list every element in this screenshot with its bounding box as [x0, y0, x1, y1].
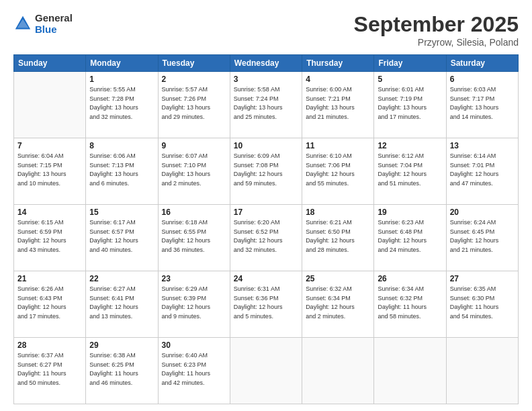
calendar-cell: 17Sunrise: 6:20 AM Sunset: 6:52 PM Dayli… — [230, 205, 302, 271]
day-info: Sunrise: 6:01 AM Sunset: 7:19 PM Dayligh… — [378, 85, 442, 122]
logo-text: General Blue — [35, 12, 73, 35]
day-number: 27 — [450, 274, 515, 283]
day-number: 12 — [378, 141, 442, 150]
calendar-cell: 15Sunrise: 6:17 AM Sunset: 6:57 PM Dayli… — [86, 205, 158, 271]
day-number: 24 — [234, 274, 298, 283]
day-info: Sunrise: 6:03 AM Sunset: 7:17 PM Dayligh… — [450, 85, 515, 122]
calendar-cell: 18Sunrise: 6:21 AM Sunset: 6:50 PM Dayli… — [302, 205, 374, 271]
calendar-cell — [230, 338, 302, 404]
calendar-cell: 5Sunrise: 6:01 AM Sunset: 7:19 PM Daylig… — [374, 72, 446, 138]
day-info: Sunrise: 5:57 AM Sunset: 7:26 PM Dayligh… — [162, 85, 226, 122]
page: General Blue September 2025 Przyrow, Sil… — [0, 0, 532, 411]
calendar-cell: 29Sunrise: 6:38 AM Sunset: 6:25 PM Dayli… — [86, 338, 158, 404]
calendar-cell: 27Sunrise: 6:35 AM Sunset: 6:30 PM Dayli… — [446, 271, 518, 338]
day-info: Sunrise: 6:31 AM Sunset: 6:36 PM Dayligh… — [234, 285, 298, 321]
day-number: 3 — [234, 75, 298, 84]
day-info: Sunrise: 6:37 AM Sunset: 6:27 PM Dayligh… — [17, 351, 82, 387]
day-info: Sunrise: 6:40 AM Sunset: 6:23 PM Dayligh… — [162, 351, 226, 387]
header: General Blue September 2025 Przyrow, Sil… — [13, 12, 519, 48]
calendar-cell: 26Sunrise: 6:34 AM Sunset: 6:32 PM Dayli… — [374, 271, 446, 338]
day-number: 5 — [378, 75, 442, 84]
day-info: Sunrise: 6:35 AM Sunset: 6:30 PM Dayligh… — [450, 285, 515, 321]
day-number: 6 — [450, 75, 515, 84]
day-number: 2 — [162, 75, 226, 84]
day-number: 17 — [234, 208, 298, 217]
day-number: 16 — [162, 208, 226, 217]
day-info: Sunrise: 6:29 AM Sunset: 6:39 PM Dayligh… — [162, 285, 226, 321]
day-info: Sunrise: 6:26 AM Sunset: 6:43 PM Dayligh… — [17, 285, 82, 321]
day-number: 25 — [306, 274, 370, 283]
title-block: September 2025 Przyrow, Silesia, Poland — [354, 12, 519, 48]
day-number: 23 — [162, 274, 226, 283]
day-number: 28 — [17, 340, 82, 350]
col-tuesday: Tuesday — [158, 55, 230, 72]
day-info: Sunrise: 6:17 AM Sunset: 6:57 PM Dayligh… — [89, 218, 154, 255]
day-number: 29 — [89, 340, 154, 350]
calendar-cell: 6Sunrise: 6:03 AM Sunset: 7:17 PM Daylig… — [446, 72, 518, 138]
calendar-cell: 25Sunrise: 6:32 AM Sunset: 6:34 PM Dayli… — [302, 271, 374, 338]
day-number: 18 — [306, 208, 370, 217]
calendar-cell — [374, 338, 446, 404]
day-number: 9 — [162, 141, 226, 150]
day-info: Sunrise: 6:20 AM Sunset: 6:52 PM Dayligh… — [234, 218, 298, 255]
calendar-cell — [446, 338, 518, 404]
calendar-week-row-3: 21Sunrise: 6:26 AM Sunset: 6:43 PM Dayli… — [14, 271, 519, 338]
day-number: 1 — [89, 75, 154, 84]
calendar-table: Sunday Monday Tuesday Wednesday Thursday… — [13, 54, 519, 404]
col-wednesday: Wednesday — [230, 55, 302, 72]
calendar-cell: 22Sunrise: 6:27 AM Sunset: 6:41 PM Dayli… — [86, 271, 158, 338]
day-number: 10 — [234, 141, 298, 150]
calendar-cell: 21Sunrise: 6:26 AM Sunset: 6:43 PM Dayli… — [14, 271, 86, 338]
day-info: Sunrise: 6:27 AM Sunset: 6:41 PM Dayligh… — [89, 285, 154, 321]
day-number: 22 — [89, 274, 154, 283]
col-thursday: Thursday — [302, 55, 374, 72]
day-info: Sunrise: 6:23 AM Sunset: 6:48 PM Dayligh… — [378, 218, 442, 255]
logo: General Blue — [13, 12, 73, 35]
day-number: 30 — [162, 340, 226, 350]
day-info: Sunrise: 6:14 AM Sunset: 7:01 PM Dayligh… — [450, 152, 515, 188]
day-info: Sunrise: 6:15 AM Sunset: 6:59 PM Dayligh… — [17, 218, 82, 255]
calendar-cell: 23Sunrise: 6:29 AM Sunset: 6:39 PM Dayli… — [158, 271, 230, 338]
day-info: Sunrise: 6:00 AM Sunset: 7:21 PM Dayligh… — [306, 85, 370, 122]
calendar-cell: 8Sunrise: 6:06 AM Sunset: 7:13 PM Daylig… — [86, 138, 158, 205]
calendar-cell: 7Sunrise: 6:04 AM Sunset: 7:15 PM Daylig… — [14, 138, 86, 205]
day-info: Sunrise: 5:55 AM Sunset: 7:28 PM Dayligh… — [89, 85, 154, 122]
calendar-cell: 24Sunrise: 6:31 AM Sunset: 6:36 PM Dayli… — [230, 271, 302, 338]
calendar-cell — [302, 338, 374, 404]
logo-icon — [13, 14, 32, 33]
day-number: 20 — [450, 208, 515, 217]
calendar-week-row-0: 1Sunrise: 5:55 AM Sunset: 7:28 PM Daylig… — [14, 72, 519, 138]
day-info: Sunrise: 6:12 AM Sunset: 7:04 PM Dayligh… — [378, 152, 442, 188]
day-info: Sunrise: 6:09 AM Sunset: 7:08 PM Dayligh… — [234, 152, 298, 188]
day-info: Sunrise: 6:32 AM Sunset: 6:34 PM Dayligh… — [306, 285, 370, 321]
calendar-cell: 12Sunrise: 6:12 AM Sunset: 7:04 PM Dayli… — [374, 138, 446, 205]
col-sunday: Sunday — [14, 55, 86, 72]
col-saturday: Saturday — [446, 55, 518, 72]
calendar-cell: 3Sunrise: 5:58 AM Sunset: 7:24 PM Daylig… — [230, 72, 302, 138]
day-info: Sunrise: 6:24 AM Sunset: 6:45 PM Dayligh… — [450, 218, 515, 255]
calendar-cell: 20Sunrise: 6:24 AM Sunset: 6:45 PM Dayli… — [446, 205, 518, 271]
col-monday: Monday — [86, 55, 158, 72]
day-info: Sunrise: 5:58 AM Sunset: 7:24 PM Dayligh… — [234, 85, 298, 122]
day-info: Sunrise: 6:07 AM Sunset: 7:10 PM Dayligh… — [162, 152, 226, 188]
day-number: 15 — [89, 208, 154, 217]
calendar-cell: 4Sunrise: 6:00 AM Sunset: 7:21 PM Daylig… — [302, 72, 374, 138]
col-friday: Friday — [374, 55, 446, 72]
day-number: 11 — [306, 141, 370, 150]
day-number: 4 — [306, 75, 370, 84]
calendar-cell — [14, 72, 86, 138]
calendar-header-row: Sunday Monday Tuesday Wednesday Thursday… — [14, 55, 519, 72]
calendar-cell: 10Sunrise: 6:09 AM Sunset: 7:08 PM Dayli… — [230, 138, 302, 205]
calendar-week-row-4: 28Sunrise: 6:37 AM Sunset: 6:27 PM Dayli… — [14, 338, 519, 404]
calendar-week-row-1: 7Sunrise: 6:04 AM Sunset: 7:15 PM Daylig… — [14, 138, 519, 205]
calendar-week-row-2: 14Sunrise: 6:15 AM Sunset: 6:59 PM Dayli… — [14, 205, 519, 271]
calendar-cell: 9Sunrise: 6:07 AM Sunset: 7:10 PM Daylig… — [158, 138, 230, 205]
day-info: Sunrise: 6:21 AM Sunset: 6:50 PM Dayligh… — [306, 218, 370, 255]
day-number: 21 — [17, 274, 82, 283]
month-title: September 2025 — [354, 12, 519, 37]
day-info: Sunrise: 6:04 AM Sunset: 7:15 PM Dayligh… — [17, 152, 82, 188]
day-number: 26 — [378, 274, 442, 283]
calendar-cell: 13Sunrise: 6:14 AM Sunset: 7:01 PM Dayli… — [446, 138, 518, 205]
day-info: Sunrise: 6:34 AM Sunset: 6:32 PM Dayligh… — [378, 285, 442, 321]
calendar-cell: 28Sunrise: 6:37 AM Sunset: 6:27 PM Dayli… — [14, 338, 86, 404]
